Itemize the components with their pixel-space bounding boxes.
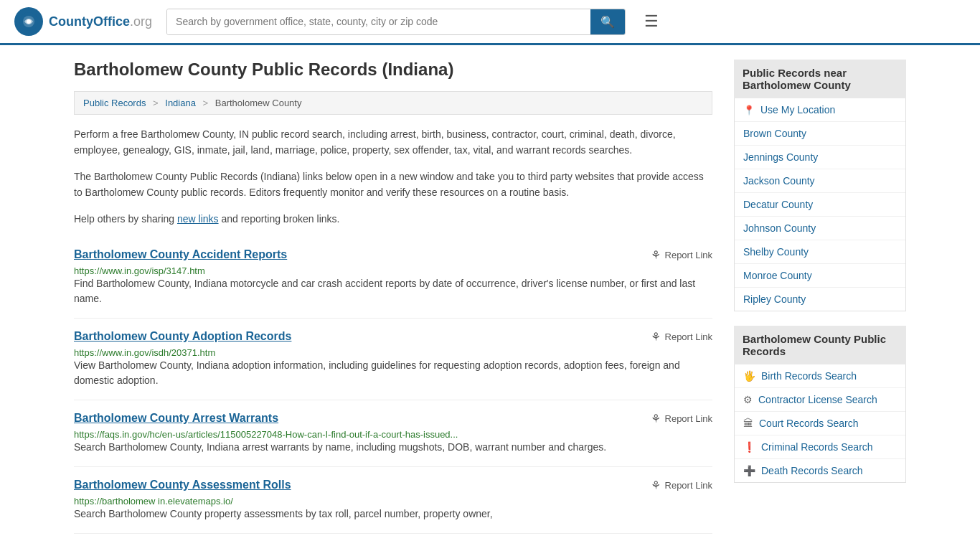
report-icon-0: ⚘ (651, 248, 661, 262)
report-icon-1: ⚘ (651, 330, 661, 344)
report-link-0[interactable]: ⚘ Report Link (651, 248, 712, 262)
court-records-link[interactable]: Court Records Search (759, 418, 859, 429)
breadcrumb-public-records[interactable]: Public Records (83, 98, 146, 108)
nearby-county-link-2[interactable]: Jackson County (743, 175, 815, 187)
logo[interactable]: CountyOffice.org (14, 7, 152, 36)
record-link-item-0[interactable]: 🖐 Birth Records Search (735, 364, 905, 388)
nearby-county-1[interactable]: Jennings County (735, 146, 905, 169)
record-header-0: Bartholomew County Accident Reports ⚘ Re… (74, 248, 712, 262)
nearby-county-link-7[interactable]: Ripley County (743, 293, 806, 305)
report-link-3[interactable]: ⚘ Report Link (651, 479, 712, 492)
report-icon-2: ⚘ (651, 412, 661, 425)
nearby-county-link-0[interactable]: Brown County (743, 128, 806, 139)
record-link-item-3[interactable]: ❗ Criminal Records Search (735, 435, 905, 459)
records-section: Bartholomew County Public Records 🖐 Birt… (734, 326, 906, 483)
record-header-2: Bartholomew County Arrest Warrants ⚘ Rep… (74, 412, 712, 425)
contractor-license-link[interactable]: Contractor License Search (758, 394, 877, 405)
site-header: CountyOffice.org 🔍 ☰ (0, 0, 980, 45)
nearby-county-3[interactable]: Decatur County (735, 193, 905, 217)
nearby-county-2[interactable]: Jackson County (735, 169, 905, 193)
record-header-3: Bartholomew County Assessment Rolls ⚘ Re… (74, 479, 712, 492)
menu-button[interactable]: ☰ (640, 8, 663, 35)
page-title: Bartholomew County Public Records (India… (74, 60, 712, 80)
records-heading: Bartholomew County Public Records (734, 326, 906, 364)
content-area: Bartholomew County Public Records (India… (74, 60, 712, 534)
description-2: The Bartholomew County Public Records (I… (74, 169, 712, 201)
logo-text: CountyOffice.org (49, 14, 152, 29)
record-url-3[interactable]: https://bartholomew in.elevatemaps.io/ (74, 496, 233, 507)
death-records-link[interactable]: Death Records Search (761, 465, 863, 476)
criminal-records-link[interactable]: Criminal Records Search (761, 441, 873, 453)
description-1: Perform a free Bartholomew County, IN pu… (74, 126, 712, 159)
record-item-3: Bartholomew County Assessment Rolls ⚘ Re… (74, 467, 712, 534)
record-link-item-4[interactable]: ➕ Death Records Search (735, 459, 905, 482)
record-header-1: Bartholomew County Adoption Records ⚘ Re… (74, 330, 712, 344)
nearby-county-link-5[interactable]: Shelby County (743, 246, 809, 258)
record-desc-0: Find Bartholomew County, Indiana motorcy… (74, 276, 712, 306)
record-link-item-2[interactable]: 🏛 Court Records Search (735, 412, 905, 435)
hamburger-icon: ☰ (644, 12, 659, 30)
report-icon-3: ⚘ (651, 479, 661, 492)
records-links-list: 🖐 Birth Records Search ⚙ Contractor Lice… (734, 364, 906, 483)
record-title-3[interactable]: Bartholomew County Assessment Rolls (74, 479, 291, 491)
svg-point-2 (27, 19, 31, 24)
birth-records-link[interactable]: Birth Records Search (761, 370, 857, 382)
record-title-2[interactable]: Bartholomew County Arrest Warrants (74, 412, 278, 425)
nearby-county-0[interactable]: Brown County (735, 122, 905, 146)
nearby-section: Public Records near Bartholomew County 📍… (734, 60, 906, 311)
criminal-icon: ❗ (743, 441, 755, 453)
record-item-1: Bartholomew County Adoption Records ⚘ Re… (74, 319, 712, 400)
record-url-2[interactable]: https://faqs.in.gov/hc/en-us/articles/11… (74, 429, 458, 440)
report-link-1[interactable]: ⚘ Report Link (651, 330, 712, 344)
record-desc-3: Search Bartholomew County property asses… (74, 507, 712, 522)
breadcrumb: Public Records > Indiana > Bartholomew C… (74, 91, 712, 115)
nearby-county-5[interactable]: Shelby County (735, 240, 905, 264)
records-list: Bartholomew County Accident Reports ⚘ Re… (74, 237, 712, 534)
death-icon: ➕ (743, 465, 755, 476)
description-3: Help others by sharing new links and rep… (74, 211, 712, 227)
nearby-county-link-6[interactable]: Monroe County (743, 270, 812, 281)
record-url-1[interactable]: https://www.in.gov/isdh/20371.htm (74, 347, 215, 358)
nearby-county-7[interactable]: Ripley County (735, 288, 905, 311)
nearby-list: 📍 Use My Location Brown County Jennings … (734, 98, 906, 311)
nearby-county-link-4[interactable]: Johnson County (743, 222, 816, 234)
sidebar: Public Records near Bartholomew County 📍… (734, 60, 906, 534)
record-title-0[interactable]: Bartholomew County Accident Reports (74, 248, 287, 261)
breadcrumb-indiana[interactable]: Indiana (165, 98, 196, 108)
nearby-county-4[interactable]: Johnson County (735, 217, 905, 240)
record-item-0: Bartholomew County Accident Reports ⚘ Re… (74, 237, 712, 319)
use-my-location-link[interactable]: Use My Location (760, 104, 835, 116)
search-button[interactable]: 🔍 (590, 9, 625, 34)
use-my-location-item[interactable]: 📍 Use My Location (735, 98, 905, 122)
record-link-item-1[interactable]: ⚙ Contractor License Search (735, 388, 905, 412)
report-link-2[interactable]: ⚘ Report Link (651, 412, 712, 425)
court-icon: 🏛 (743, 418, 753, 429)
record-url-0[interactable]: https://www.in.gov/isp/3147.htm (74, 265, 205, 276)
search-bar: 🔍 (166, 9, 626, 35)
main-container: Bartholomew County Public Records (India… (60, 45, 920, 548)
record-item-2: Bartholomew County Arrest Warrants ⚘ Rep… (74, 400, 712, 467)
breadcrumb-sep-1: > (153, 98, 159, 108)
search-icon: 🔍 (600, 16, 615, 28)
record-desc-1: View Bartholomew County, Indiana adoptio… (74, 358, 712, 388)
location-icon: 📍 (743, 105, 755, 116)
nearby-county-link-1[interactable]: Jennings County (743, 151, 818, 163)
nearby-county-link-3[interactable]: Decatur County (743, 199, 813, 210)
nearby-county-6[interactable]: Monroe County (735, 264, 905, 288)
contractor-icon: ⚙ (743, 394, 753, 405)
record-desc-2: Search Bartholomew County, Indiana arres… (74, 440, 712, 455)
breadcrumb-sep-2: > (203, 98, 209, 108)
search-input[interactable] (167, 9, 590, 34)
logo-icon (14, 7, 43, 36)
new-links-link[interactable]: new links (177, 213, 219, 225)
breadcrumb-current: Bartholomew County (215, 98, 302, 108)
nearby-heading: Public Records near Bartholomew County (734, 60, 906, 98)
record-title-1[interactable]: Bartholomew County Adoption Records (74, 330, 291, 343)
birth-icon: 🖐 (743, 370, 755, 382)
